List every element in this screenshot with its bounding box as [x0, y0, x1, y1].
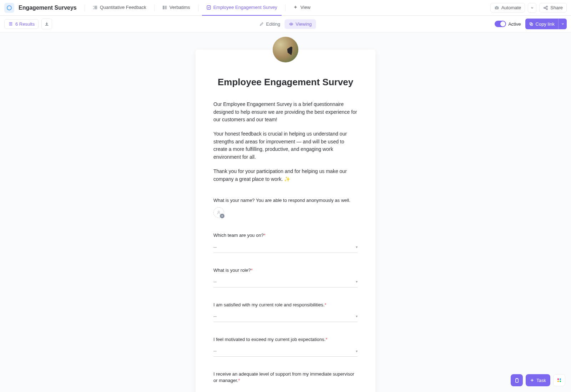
separator: [198, 4, 198, 11]
tab-label: Employee Engagement Survey: [213, 5, 277, 10]
viewing-label: Viewing: [295, 21, 312, 27]
question-label: I receive an adequate level of support f…: [213, 371, 358, 384]
dropdown-placeholder: –: [213, 279, 217, 285]
list-icon: [93, 5, 98, 10]
editing-mode-button[interactable]: Editing: [255, 19, 284, 29]
share-button[interactable]: Share: [539, 3, 567, 12]
copy-link-button[interactable]: Copy link: [525, 19, 558, 29]
team-dropdown[interactable]: – ▾: [213, 241, 358, 253]
motivated-dropdown[interactable]: – ▾: [213, 345, 358, 357]
pencil-icon: [259, 22, 264, 26]
task-label: Task: [536, 378, 546, 383]
chevron-down-icon: ▾: [356, 245, 358, 249]
satisfied-dropdown[interactable]: – ▾: [213, 310, 358, 322]
floating-action-group: Task: [511, 374, 565, 386]
download-icon: [44, 21, 49, 26]
svg-point-2: [163, 8, 164, 9]
circle-icon: [7, 5, 12, 10]
dropdown-placeholder: –: [213, 313, 217, 320]
form-avatar: [273, 37, 298, 62]
chevron-down-icon: ▾: [356, 314, 358, 318]
tab-label: Quantitative Feedback: [100, 5, 146, 10]
automate-dropdown[interactable]: [528, 3, 536, 13]
workspace-logo[interactable]: [4, 3, 14, 13]
plus-icon: [530, 378, 534, 382]
question-role: What is your role?* – ▾: [213, 267, 358, 287]
required-indicator: *: [251, 268, 253, 273]
svg-point-9: [546, 8, 548, 10]
download-button[interactable]: [41, 19, 52, 29]
copy-link-label: Copy link: [536, 21, 555, 27]
tab-verbatims[interactable]: Verbatims: [158, 0, 194, 16]
nav-left: Engagement Surveys Quantitative Feedback…: [4, 0, 315, 16]
separator: [154, 4, 155, 11]
main-content: Employee Engagement Survey Our Employee …: [0, 32, 571, 392]
question-support: I receive an adequate level of support f…: [213, 371, 358, 384]
question-label: Which team are you on?*: [213, 232, 358, 239]
active-toggle[interactable]: [495, 21, 506, 27]
active-label: Active: [508, 21, 521, 27]
automate-button[interactable]: Automate: [490, 3, 525, 12]
viewing-mode-button[interactable]: Viewing: [284, 19, 316, 29]
plus-icon: +: [220, 214, 224, 218]
mode-segmented-control: Editing Viewing: [255, 19, 316, 29]
required-indicator: *: [264, 233, 266, 238]
form-paragraph: Your honest feedback is crucial in helpi…: [213, 130, 358, 161]
question-motivated: I feel motivated to exceed my current jo…: [213, 336, 358, 357]
automate-label: Automate: [501, 5, 521, 10]
workspace-title[interactable]: Engagement Surveys: [19, 5, 77, 11]
chevron-down-icon: ▾: [356, 349, 358, 353]
form-paragraph: Thank you for your participation and for…: [213, 168, 358, 183]
nav-right: Automate Share: [490, 3, 567, 13]
dropdown-placeholder: –: [213, 244, 217, 250]
copy-link-dropdown[interactable]: [558, 19, 567, 29]
sparkle-icon: ✨: [284, 176, 290, 182]
sub-left: 6 Results: [4, 19, 52, 29]
svg-point-13: [218, 211, 219, 213]
add-person-button[interactable]: +: [213, 207, 224, 218]
role-dropdown[interactable]: – ▾: [213, 276, 358, 287]
svg-point-10: [291, 24, 292, 24]
tab-label: Verbatims: [170, 5, 190, 10]
add-view-button[interactable]: View: [289, 0, 315, 16]
plus-icon: [293, 5, 298, 10]
robot-icon: [494, 5, 499, 10]
new-task-button[interactable]: Task: [526, 374, 550, 386]
eye-icon: [289, 22, 293, 26]
clipboard-button[interactable]: [511, 374, 523, 386]
question-team: Which team are you on?* – ▾: [213, 232, 358, 253]
tab-employee-engagement-survey[interactable]: Employee Engagement Survey: [202, 0, 282, 16]
tab-quantitative-feedback[interactable]: Quantitative Feedback: [89, 0, 151, 16]
list-icon: [162, 5, 167, 10]
editing-label: Editing: [266, 21, 280, 27]
required-indicator: *: [238, 378, 240, 383]
dropdown-placeholder: –: [213, 348, 217, 354]
svg-point-6: [497, 7, 497, 8]
question-label: I am satisfied with my current role and …: [213, 302, 358, 308]
chevron-down-icon: ▾: [356, 280, 358, 284]
svg-point-1: [163, 7, 164, 8]
form-icon: [206, 5, 211, 10]
required-indicator: *: [325, 337, 327, 342]
question-name: What is your name? You are able to respo…: [213, 197, 358, 218]
form-card: Employee Engagement Survey Our Employee …: [196, 50, 375, 392]
results-label: 6 Results: [15, 21, 35, 27]
separator: [285, 4, 286, 11]
sub-toolbar: 6 Results Editing: [0, 16, 571, 32]
apps-button[interactable]: [553, 374, 565, 386]
results-button[interactable]: 6 Results: [4, 19, 39, 29]
sub-right: Active Copy link: [495, 19, 567, 29]
svg-point-7: [544, 7, 545, 9]
form-paragraph: Our Employee Engagement Survey is a brie…: [213, 101, 358, 124]
svg-rect-14: [516, 378, 519, 382]
question-label: What is your name? You are able to respo…: [213, 197, 358, 204]
apps-icon: [557, 378, 561, 382]
question-label: I feel motivated to exceed my current jo…: [213, 336, 358, 343]
question-satisfied: I am satisfied with my current role and …: [213, 302, 358, 322]
question-label: What is your role?*: [213, 267, 358, 274]
add-view-label: View: [300, 5, 310, 10]
form-description: Our Employee Engagement Survey is a brie…: [213, 101, 358, 183]
top-nav: Engagement Surveys Quantitative Feedback…: [0, 0, 571, 16]
form-title: Employee Engagement Survey: [213, 77, 358, 88]
svg-point-0: [163, 6, 164, 6]
